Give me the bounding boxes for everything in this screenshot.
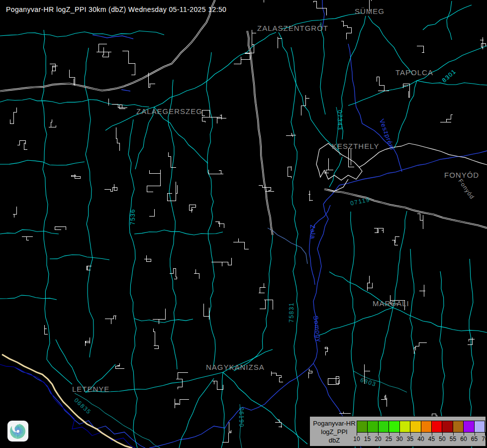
weather-app-logo-icon bbox=[7, 421, 28, 442]
river-label-zala: Zala bbox=[309, 224, 317, 239]
settlement-outlines bbox=[10, 0, 486, 442]
road-number-75831: 75831 bbox=[288, 302, 295, 323]
colorscale-tick bbox=[485, 432, 486, 436]
colorscale-tick bbox=[389, 432, 390, 436]
colorscale-tick-label: 25 bbox=[384, 436, 394, 443]
road-number-06190: 06190 bbox=[238, 407, 245, 428]
colorscale-cell bbox=[464, 421, 474, 432]
colorscale-tick-label: 50 bbox=[437, 436, 448, 443]
colorscale-cell bbox=[453, 421, 464, 432]
city-label-nagykanizsa: NAGYKANIZSA bbox=[206, 363, 265, 371]
colorscale-cell bbox=[442, 421, 453, 432]
radar-viewport: Poganyvar-HR logZ_PPI 30km (dbZ) Wednesd… bbox=[0, 0, 487, 448]
county-boundaries-and-rivers bbox=[0, 0, 487, 448]
legend-caption: Poganyvar-HR logZ_PPI dbZ bbox=[312, 419, 357, 445]
colorscale-tick-label: 40 bbox=[415, 436, 426, 443]
colorscale-tick-label: 65 bbox=[469, 436, 480, 443]
colorscale-cell bbox=[389, 421, 399, 432]
city-label-letenye: LETENYE bbox=[72, 385, 109, 393]
city-label-keszthely: KESZTHELY bbox=[332, 142, 379, 150]
city-label-marcali: MARCALI bbox=[373, 299, 409, 308]
colorscale-cell bbox=[368, 421, 378, 432]
colorscale-tick bbox=[442, 432, 443, 436]
colorscale-cell bbox=[475, 421, 485, 432]
city-label-tapolca: TAPOLCA bbox=[395, 68, 433, 77]
colorscale-tick-label: 45 bbox=[426, 436, 437, 443]
colorscale-tick bbox=[399, 432, 400, 436]
colorscale-tick bbox=[410, 432, 411, 436]
colorscale-bar bbox=[357, 421, 485, 433]
main-roads-white bbox=[0, 0, 487, 235]
legend-product: logZ_PPI bbox=[312, 428, 357, 436]
city-label-sumeg: SÜMEG bbox=[355, 7, 385, 15]
colorscale-cell bbox=[357, 421, 368, 432]
colorscale-tick bbox=[421, 432, 421, 436]
colorscale-tick bbox=[475, 432, 475, 436]
colorscale-tick bbox=[357, 432, 357, 436]
colorscale-cell bbox=[410, 421, 421, 432]
colorscale-tick bbox=[453, 432, 454, 436]
city-label-zalaszentgrot: ZALASZENTGRÓT bbox=[257, 24, 328, 32]
road-number-7536: 7536 bbox=[129, 209, 136, 225]
colorscale-cell bbox=[400, 421, 410, 432]
colorscale-cell bbox=[379, 421, 389, 432]
colorscale-tick-label: 55 bbox=[448, 436, 459, 443]
colorscale-tick bbox=[432, 432, 432, 436]
colorscale-tick-label: 70 bbox=[480, 436, 487, 443]
colorscale-legend: Poganyvar-HR logZ_PPI dbZ 10152025303540… bbox=[309, 416, 486, 447]
colorscale-tick-label: 30 bbox=[394, 436, 405, 443]
product-title: Poganyvar-HR logZ_PPI 30km (dbZ) Wednesd… bbox=[6, 5, 226, 13]
radar-map-canvas bbox=[0, 0, 487, 448]
colorscale-tick-label: 15 bbox=[362, 436, 373, 443]
spiral-swirl-icon bbox=[7, 421, 28, 442]
colorscale-tick bbox=[368, 432, 368, 436]
colorscale-ticks bbox=[357, 432, 485, 436]
legend-unit: dbZ bbox=[312, 436, 357, 445]
colorscale-tick-label: 20 bbox=[373, 436, 384, 443]
legend-radar-name: Poganyvar-HR bbox=[312, 419, 357, 428]
colorscale-tick-label: 35 bbox=[405, 436, 416, 443]
colorscale-tick-label: 60 bbox=[458, 436, 469, 443]
colorscale-tick-label: 10 bbox=[351, 436, 362, 443]
colorscale-tick-labels: 10152025303540455055606570 bbox=[357, 436, 485, 444]
colorscale-tick bbox=[464, 432, 464, 436]
minor-roads bbox=[75, 107, 407, 448]
colorscale-cell bbox=[421, 421, 432, 432]
colorscale-cell bbox=[432, 421, 442, 432]
city-label-zalaegerszeg: ZALAEGERSZEG bbox=[136, 107, 202, 115]
colorscale-tick bbox=[378, 432, 379, 436]
road-number-07343: 07343 bbox=[336, 110, 343, 130]
